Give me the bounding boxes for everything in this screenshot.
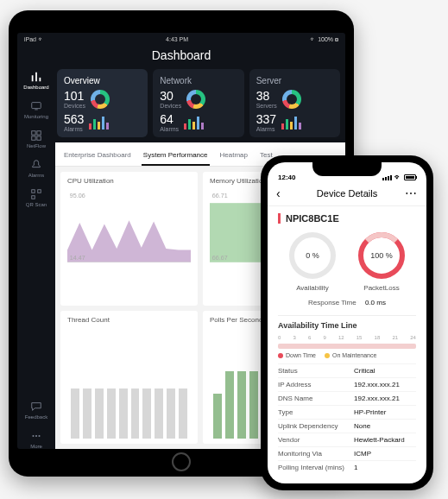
tick: 24	[410, 335, 416, 340]
info-label: Type	[278, 408, 354, 416]
svg-point-12	[32, 435, 34, 437]
status-right: ᯤ 100% ▣	[310, 36, 338, 42]
info-row: StatusCritical	[278, 363, 416, 377]
svg-rect-2	[39, 78, 41, 81]
alarms-sub: Alarms	[64, 126, 84, 132]
tick: 0	[278, 335, 281, 340]
donut-icon	[186, 90, 205, 109]
notch	[312, 162, 382, 176]
svg-point-14	[38, 435, 40, 437]
sidebar-label: Alarms	[28, 173, 45, 178]
donut-icon	[91, 90, 110, 109]
tick: 21	[392, 335, 398, 340]
svg-text:95.06: 95.06	[70, 193, 85, 199]
sidebar-item-qrscan[interactable]: QR Scan	[26, 188, 47, 207]
info-value: 1	[354, 464, 357, 471]
svg-text:66.67: 66.67	[212, 255, 228, 262]
chart-cpu[interactable]: CPU Utilization 95.06 14.47	[60, 172, 198, 306]
sidebar-label: More	[30, 444, 42, 449]
summary-cards: Overview 101Devices 563Alarms Network	[55, 69, 345, 142]
svg-rect-10	[38, 190, 41, 193]
page-title: Dashboard	[17, 45, 345, 69]
devices-count: 101	[64, 89, 85, 103]
svg-rect-6	[37, 131, 41, 135]
sidebar-item-alarms[interactable]: Alarms	[28, 159, 45, 178]
status-time: 4:43 PM	[166, 36, 188, 42]
gauge-value: 0 %	[306, 251, 319, 260]
back-button[interactable]: ‹	[276, 186, 281, 200]
info-value: 192.xxx.xxx.21	[354, 395, 400, 402]
info-value: Critical	[354, 367, 375, 375]
tick: 15	[357, 335, 363, 340]
tick: 18	[375, 335, 381, 340]
tab-system-performance[interactable]: System Performance	[142, 148, 210, 166]
tick: 6	[308, 335, 311, 340]
wifi-icon: ᯤ	[394, 174, 401, 181]
servers-sub: Servers	[256, 103, 277, 109]
tab-enterprise[interactable]: Enterprise Dashboard	[62, 148, 133, 166]
info-label: Status	[278, 367, 354, 375]
info-label: DNS Name	[278, 395, 354, 402]
iphone-body[interactable]: NPIC8BC1E 0 % Availability 100 % PacketL…	[268, 206, 426, 483]
sidebar-item-dashboard[interactable]: Dashboard	[23, 71, 48, 90]
sidebar-item-feedback[interactable]: Feedback	[25, 401, 47, 420]
chart-thread[interactable]: Thread Count	[60, 311, 198, 445]
page-title: Device Details	[317, 188, 377, 199]
tab-heatmap[interactable]: Heatmap	[218, 148, 249, 166]
gauges: 0 % Availability 100 % PacketLoss	[278, 232, 416, 292]
alarms-count: 337	[256, 112, 276, 126]
home-button[interactable]	[172, 452, 191, 471]
dots-icon	[30, 430, 42, 442]
response-time-row: Response Time 0.0 ms	[278, 299, 416, 306]
devices-sub: Devices	[64, 103, 85, 109]
iphone-screen: 12:40 ᯤ ‹ Device Details ⋯ NPIC8BC1E 0 %…	[268, 162, 426, 483]
info-row: Polling Interval (mins)1	[278, 460, 416, 474]
info-label: Monitoring Via	[278, 450, 354, 458]
gauge-circle: 100 %	[358, 232, 405, 279]
timeline-bar	[278, 344, 416, 349]
svg-text:66.71: 66.71	[212, 193, 228, 199]
iphone-device: 12:40 ᯤ ‹ Device Details ⋯ NPIC8BC1E 0 %…	[261, 155, 433, 490]
card-title: Overview	[64, 76, 142, 85]
more-button[interactable]: ⋯	[405, 186, 418, 200]
qr-icon	[30, 188, 42, 200]
gauge-value: 100 %	[370, 251, 393, 260]
grid-icon	[30, 129, 42, 142]
battery-icon	[404, 174, 416, 180]
timeline-legend: Down Time On Maintenance	[278, 352, 416, 358]
sidebar-label: Monitoring	[24, 114, 48, 119]
svg-rect-8	[37, 136, 41, 140]
info-row: IP Address192.xxx.xxx.21	[278, 377, 416, 391]
alarms-count: 563	[64, 112, 84, 126]
svg-text:14.47: 14.47	[70, 255, 85, 262]
svg-marker-15	[67, 220, 191, 262]
bell-icon	[30, 159, 42, 171]
card-overview[interactable]: Overview 101Devices 563Alarms	[57, 69, 148, 137]
tick: 3	[293, 335, 295, 340]
gauge-packetloss: 100 % PacketLoss	[358, 232, 405, 292]
info-label: Polling Interval (mins)	[278, 464, 354, 471]
chat-icon	[30, 401, 42, 413]
gauge-label: Availability	[296, 284, 329, 292]
svg-rect-1	[35, 73, 37, 82]
dot-icon	[325, 353, 330, 358]
info-row: VendorHewlett-Packard	[278, 433, 416, 446]
sidebar-item-monitoring[interactable]: Monitoring	[24, 100, 48, 119]
info-value: None	[354, 422, 370, 430]
sidebar-label: Feedback	[25, 414, 47, 420]
sidebar-item-netflow[interactable]: NetFlow	[27, 129, 46, 148]
card-server[interactable]: Server 38Servers 337Alarms	[249, 69, 340, 137]
info-row: DNS Name192.xxx.xxx.21	[278, 391, 416, 405]
gauge-availability: 0 % Availability	[289, 232, 336, 292]
card-network[interactable]: Network 30Devices 64Alarms	[153, 69, 243, 137]
sidebar-item-more[interactable]: More	[30, 430, 42, 449]
chart-body: 95.06 14.47	[67, 188, 191, 300]
mini-bars-icon	[184, 116, 204, 129]
rt-value: 0.0 ms	[365, 299, 386, 306]
timeline-title: Availability Time Line	[278, 315, 416, 333]
sidebar: Dashboard Monitoring NetFlow Alarms QR S…	[17, 69, 55, 449]
device-name: NPIC8BC1E	[278, 213, 416, 224]
servers-count: 38	[256, 89, 277, 103]
tick: 9	[323, 335, 325, 340]
info-value: ICMP	[354, 450, 371, 458]
